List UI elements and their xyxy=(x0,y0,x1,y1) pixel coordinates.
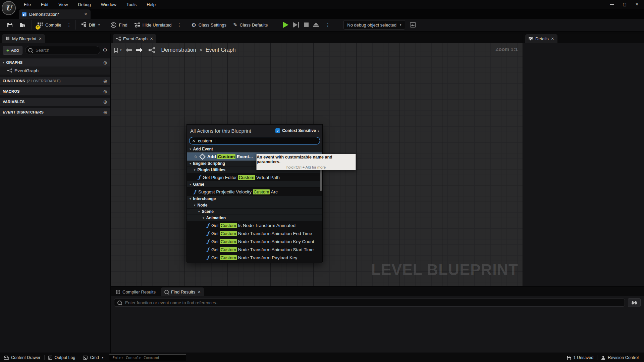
caret-down-icon: ▾ xyxy=(190,162,191,165)
debug-object-select[interactable]: No debug object selected ▾ xyxy=(343,20,405,30)
add-variables-icon[interactable]: ⊕ xyxy=(103,99,107,104)
browse-folder-icon xyxy=(19,22,26,28)
action-category-animation[interactable]: ▾Animation xyxy=(187,215,322,221)
graph-node-icon xyxy=(116,37,121,41)
clear-search-icon[interactable]: ✕ xyxy=(192,139,195,143)
content-drawer-button[interactable]: Content Drawer xyxy=(0,353,44,362)
tab-compiler-results[interactable]: Compiler Results xyxy=(113,287,159,296)
section-suffix: (21 OVERRIDABLE) xyxy=(27,79,61,83)
debug-world-icon[interactable] xyxy=(410,22,416,28)
find-references-input[interactable] xyxy=(124,300,622,306)
find-icon xyxy=(111,22,116,28)
action-item-get-custom-is-node-transform-animated[interactable]: ƒGet Custom Is Node Transform Animated xyxy=(187,221,322,229)
graph-node-icon xyxy=(7,69,12,73)
class-settings-button[interactable]: ⚙ Class Settings xyxy=(188,20,230,30)
frame-skip-button[interactable] xyxy=(293,22,299,28)
breadcrumb-root[interactable]: Demonstration xyxy=(161,47,196,53)
play-button[interactable] xyxy=(283,22,288,28)
blueprint-search-input[interactable] xyxy=(35,47,97,53)
stop-button[interactable] xyxy=(304,22,309,27)
class-defaults-button[interactable]: ✎ Class Defaults xyxy=(230,20,271,30)
add-graphs-icon[interactable]: ⊕ xyxy=(103,60,107,65)
close-panel-icon[interactable]: ✕ xyxy=(551,37,554,41)
chevron-right-icon[interactable]: ▸ xyxy=(318,129,320,133)
graph-item-eventgraph[interactable]: EventGraph xyxy=(0,66,110,75)
add-macros-icon[interactable]: ⊕ xyxy=(103,89,107,94)
tab-find-results[interactable]: Find Results ✕ xyxy=(161,287,204,296)
find-in-blueprints-button[interactable] xyxy=(628,298,641,307)
section-header-variables[interactable]: VARIABLES⊕ xyxy=(0,98,110,106)
save-button[interactable] xyxy=(4,20,16,30)
blueprint-asset-icon xyxy=(22,12,26,16)
tab-event-graph[interactable]: Event Graph ✕ xyxy=(113,34,156,43)
action-item-get-custom-node-transform-animation-end-time[interactable]: ƒGet Custom Node Transform Animation End… xyxy=(187,229,322,237)
hide-unrelated-button[interactable]: Hide Unrelated xyxy=(131,20,175,30)
favorite-star-icon[interactable]: ☆ xyxy=(194,154,198,159)
search-match-highlight: Custom xyxy=(220,239,237,244)
menu-item-file[interactable]: File xyxy=(19,2,36,7)
menu-item-help[interactable]: Help xyxy=(142,2,161,7)
asset-tab-strip: Demonstration* ✕ xyxy=(0,9,644,19)
action-category-add-event[interactable]: ▾Add Event xyxy=(187,146,322,152)
tab-details[interactable]: Details ✕ xyxy=(525,34,557,43)
add-button[interactable]: + Add xyxy=(3,46,22,55)
close-tab-icon[interactable]: ✕ xyxy=(198,290,201,294)
action-item-get-custom-node-transform-animation-start-time[interactable]: ƒGet Custom Node Transform Animation Sta… xyxy=(187,245,322,254)
action-category-game[interactable]: ▾Game xyxy=(187,181,322,188)
action-category-interchange[interactable]: ▾Interchange xyxy=(187,196,322,202)
menu-item-debug[interactable]: Debug xyxy=(73,2,96,7)
close-tab-icon[interactable]: ✕ xyxy=(84,12,87,16)
eject-button[interactable] xyxy=(313,22,319,27)
add-event-dispatchers-icon[interactable]: ⊕ xyxy=(103,110,107,115)
asset-tab-demonstration[interactable]: Demonstration* ✕ xyxy=(19,9,91,19)
action-item-get-custom-node-transform-animation-key-count[interactable]: ƒGet Custom Node Transform Animation Key… xyxy=(187,237,322,245)
breadcrumb: Demonstration > Event Graph xyxy=(161,47,236,53)
section-header-macros[interactable]: MACROS⊕ xyxy=(0,87,110,95)
close-panel-icon[interactable]: ✕ xyxy=(39,37,42,41)
nav-back-arrow[interactable] xyxy=(125,48,132,52)
search-icon xyxy=(164,290,169,294)
action-search-field[interactable]: ✕ custom xyxy=(189,137,320,144)
menu-item-edit[interactable]: Edit xyxy=(36,2,53,7)
action-category-node[interactable]: ▾Node xyxy=(187,202,322,209)
output-log-button[interactable]: Output Log xyxy=(45,353,79,362)
section-header-functions[interactable]: FUNCTIONS(21 OVERRIDABLE)⊕ xyxy=(0,77,110,85)
compile-button[interactable]: ? Compile xyxy=(34,20,65,30)
cmd-selector[interactable]: Cmd ▾ xyxy=(79,353,107,362)
graph-options-kebab[interactable]: ⋮ xyxy=(175,22,184,28)
context-sensitive-toggle[interactable]: ✓ Context Sensitive ▸ xyxy=(275,128,320,133)
section-header-event-dispatchers[interactable]: EVENT DISPATCHERS⊕ xyxy=(0,108,110,116)
tab-my-blueprint[interactable]: My Blueprint ✕ xyxy=(2,34,45,43)
compile-options-kebab[interactable]: ⋮ xyxy=(65,22,73,28)
action-item-get-plugin-editor-custom-virtual-path[interactable]: ƒGet Plugin Editor Custom Virtual Path xyxy=(187,173,322,181)
minimize-button[interactable]: — xyxy=(610,2,614,7)
breadcrumb-current[interactable]: Event Graph xyxy=(206,47,236,53)
close-window-button[interactable]: ✕ xyxy=(635,2,639,7)
revision-control-button[interactable]: Revision Control xyxy=(597,353,644,362)
toolbar-divider xyxy=(186,20,186,30)
menu-item-tools[interactable]: Tools xyxy=(121,2,142,7)
unsaved-button[interactable]: 1 Unsaved xyxy=(563,353,597,362)
action-menu-header: All Actions for this Blueprint ✓ Context… xyxy=(187,125,322,135)
play-options-kebab[interactable]: ⋮ xyxy=(323,22,332,28)
caret-down-icon: ▾ xyxy=(190,183,191,186)
menu-item-window[interactable]: Window xyxy=(96,2,121,7)
nav-forward-arrow[interactable] xyxy=(136,48,143,52)
search-icon xyxy=(28,48,33,52)
diff-button[interactable]: Diff ▾ xyxy=(78,20,103,30)
bookmarks-button[interactable]: ▾ xyxy=(114,48,122,53)
checkbox-checked-icon[interactable]: ✓ xyxy=(275,128,280,133)
console-command-input[interactable] xyxy=(112,355,183,360)
menu-item-view[interactable]: View xyxy=(53,2,73,7)
section-header-graphs[interactable]: ▾GRAPHS⊕ xyxy=(0,58,110,66)
panel-settings-gear-icon[interactable]: ⚙ xyxy=(103,47,107,53)
close-tab-icon[interactable]: ✕ xyxy=(150,37,153,41)
caret-down-icon: ▾ xyxy=(194,203,196,207)
maximize-button[interactable]: ▢ xyxy=(623,2,627,7)
find-button[interactable]: Find xyxy=(107,20,130,30)
browse-asset-button[interactable] xyxy=(16,20,30,30)
action-item-get-custom-node-transform-payload-key[interactable]: ƒGet Custom Node Transform Payload Key xyxy=(187,254,322,262)
action-category-scene[interactable]: ▾Scene xyxy=(187,209,322,215)
add-functions-icon[interactable]: ⊕ xyxy=(103,79,107,84)
action-item-suggest-projectile-velocity-custom-arc[interactable]: ƒSuggest Projectile Velocity Custom Arc xyxy=(187,188,322,196)
